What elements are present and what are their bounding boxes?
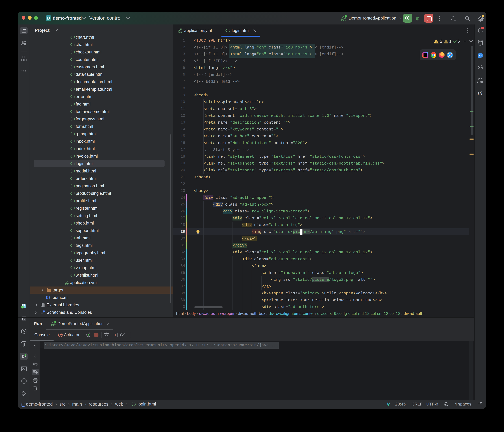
svg-text:IJ: IJ — [424, 54, 425, 56]
svg-text:?: ? — [25, 43, 26, 45]
